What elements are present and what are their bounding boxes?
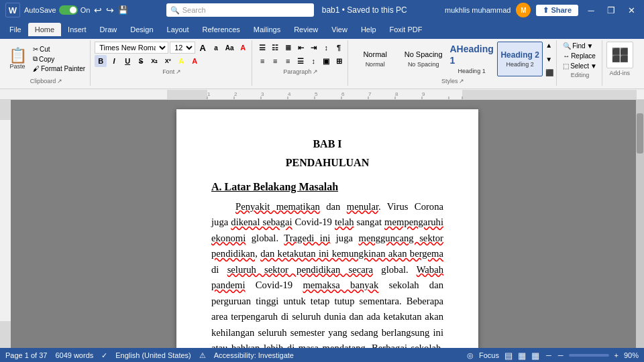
subscript-button[interactable]: X₂	[148, 55, 160, 67]
show-hide-btn[interactable]: ¶	[333, 42, 345, 54]
paragraph-group: ☰ ☷ ≣ ⇤ ⇥ ↕ ¶ ≡ ≡ ≡ ☰ ↕ ▣ ⊞	[254, 40, 348, 86]
highlight-btn[interactable]: A	[175, 55, 187, 67]
tab-file[interactable]: File	[3, 23, 28, 36]
style-heading1[interactable]: AHeading 1 Heading 1	[449, 42, 494, 76]
font-name-select[interactable]: Times New Roman	[95, 42, 168, 54]
find-button[interactable]: 🔍 Find ▼	[561, 42, 599, 50]
tab-help[interactable]: Help	[354, 23, 383, 36]
doc-paragraph-1[interactable]: Penyakit mematikan dan menular. Virus Co…	[211, 199, 443, 348]
font-shrink-btn[interactable]: a	[210, 42, 222, 54]
svg-rect-2	[462, 90, 637, 99]
styles-scroll-up[interactable]: ▲	[545, 42, 553, 49]
replace-button[interactable]: ↔ Replace	[561, 52, 599, 60]
copy-button[interactable]: ⧉ Copy	[31, 54, 87, 64]
align-center-btn[interactable]: ≡	[269, 55, 281, 67]
undo-btn[interactable]: ↩	[94, 5, 102, 15]
share-button[interactable]: ⬆ Share	[536, 5, 578, 16]
styles-scroll-down[interactable]: ▼	[545, 56, 553, 63]
addins-btn[interactable]: ⬛⬛⬛⬛	[606, 42, 633, 68]
styles-label: Styles ↗	[441, 78, 465, 84]
editing-group: 🔍 Find ▼ ↔ Replace ⬚ Select ▼ Editing	[558, 40, 602, 86]
zoom-in-btn[interactable]: +	[614, 351, 619, 359]
increase-indent-btn[interactable]: ⇥	[307, 42, 319, 54]
tab-design[interactable]: Design	[123, 23, 160, 36]
italic-button[interactable]: I	[108, 55, 120, 67]
strikethrough-button[interactable]: S	[135, 55, 147, 67]
svg-rect-25	[0, 321, 11, 348]
justify-btn[interactable]: ☰	[294, 55, 307, 67]
tab-references[interactable]: References	[196, 23, 247, 36]
font-expand-icon[interactable]: ↗	[176, 68, 181, 75]
tab-layout[interactable]: Layout	[160, 23, 196, 36]
font-grow-btn[interactable]: A	[197, 42, 209, 54]
line-spacing-btn[interactable]: ↕	[307, 55, 319, 67]
sort-btn[interactable]: ↕	[320, 42, 332, 54]
focus-label[interactable]: Focus	[479, 351, 499, 359]
redo-btn[interactable]: ↪	[106, 5, 114, 15]
accessibility-label[interactable]: Accessibility: Investigate	[214, 351, 294, 359]
paragraph-controls: ☰ ☷ ≣ ⇤ ⇥ ↕ ¶ ≡ ≡ ≡ ☰ ↕ ▣ ⊞	[256, 42, 345, 67]
tab-view[interactable]: View	[325, 23, 354, 36]
search-icon: 🔍	[170, 6, 180, 15]
clear-format-btn[interactable]: A	[237, 42, 249, 54]
tab-home[interactable]: Home	[28, 23, 61, 36]
font-color-btn[interactable]: A	[189, 55, 201, 67]
tab-mailings[interactable]: Mailings	[247, 23, 287, 36]
zoom-slider[interactable]	[569, 354, 609, 357]
view-print-icon[interactable]: ▤	[504, 351, 513, 361]
multilevel-btn[interactable]: ≣	[282, 42, 294, 54]
word-count[interactable]: 6049 words	[55, 351, 93, 359]
cut-button[interactable]: ✂ Cut	[31, 45, 87, 54]
restore-button[interactable]: ❐	[604, 3, 619, 17]
paste-button[interactable]: 📋 Paste	[5, 47, 30, 71]
status-right: ◎ Focus ▤ ▦ ▦ ─ ─ + 90%	[467, 351, 639, 361]
styles-more[interactable]: ⬛	[545, 69, 553, 76]
select-button[interactable]: ⬚ Select ▼	[561, 62, 599, 70]
paragraph-label: Paragraph ↗	[283, 68, 318, 75]
style-heading2[interactable]: Heading 2 Heading 2	[497, 42, 543, 76]
tab-foxitpdf[interactable]: Foxit PDF	[383, 23, 429, 36]
view-read-icon[interactable]: ▦	[531, 351, 539, 361]
borders-btn[interactable]: ⊞	[333, 55, 345, 67]
tab-review[interactable]: Review	[287, 23, 325, 36]
styles-expand-icon[interactable]: ↗	[459, 78, 464, 84]
underline-button[interactable]: U	[121, 55, 133, 67]
title-bar-right: mukhlis muhammad M ⬆ Share ─ ❐ ✕	[445, 3, 639, 17]
shading-btn[interactable]: ▣	[320, 55, 332, 67]
zoom-out-btn[interactable]: ─	[558, 351, 564, 359]
language[interactable]: English (United States)	[115, 351, 191, 359]
zoom-level[interactable]: 90%	[624, 351, 639, 359]
align-right-btn[interactable]: ≡	[282, 55, 294, 67]
change-case-btn[interactable]: Aa	[223, 42, 235, 54]
word-logo: W	[5, 3, 20, 17]
document-area[interactable]: BAB I PENDAHULUAN A. Latar Belakang Masa…	[11, 100, 644, 348]
copy-icon: ⧉	[33, 55, 38, 63]
numbering-btn[interactable]: ☷	[269, 42, 281, 54]
scroll-thumb[interactable]	[637, 113, 643, 154]
search-box[interactable]: 🔍 Search	[166, 3, 314, 17]
superscript-button[interactable]: X²	[162, 55, 174, 67]
bold-button[interactable]: B	[95, 55, 107, 67]
page-info[interactable]: Page 1 of 37	[5, 351, 47, 359]
focus-icon[interactable]: ◎	[467, 351, 474, 360]
decrease-indent-btn[interactable]: ⇤	[294, 42, 307, 54]
font-size-select[interactable]: 12	[170, 42, 195, 54]
close-button[interactable]: ✕	[624, 3, 639, 17]
minimize-button[interactable]: ─	[584, 3, 598, 17]
autosave-toggle[interactable]	[59, 5, 78, 15]
quick-save-icon[interactable]: 💾	[118, 5, 128, 15]
title-bar: W AutoSave On ↩ ↪ 💾 🔍 Search bab1 • Save…	[0, 0, 644, 20]
tab-insert[interactable]: Insert	[61, 23, 93, 36]
bullets-btn[interactable]: ☰	[256, 42, 268, 54]
view-web-icon[interactable]: ▦	[518, 351, 526, 361]
style-normal[interactable]: Normal Normal	[352, 42, 398, 76]
proofing-icon: ✓	[101, 351, 107, 360]
align-left-btn[interactable]: ≡	[256, 55, 268, 67]
tab-draw[interactable]: Draw	[93, 23, 124, 36]
para-expand-icon[interactable]: ↗	[313, 68, 318, 75]
style-no-spacing[interactable]: No Spacing No Spacing	[400, 42, 446, 76]
format-painter-button[interactable]: 🖌 Format Painter	[31, 64, 87, 73]
scrollbar[interactable]	[636, 100, 644, 348]
clipboard-expand-icon[interactable]: ↗	[57, 78, 62, 84]
editing-controls: 🔍 Find ▼ ↔ Replace ⬚ Select ▼	[561, 42, 599, 70]
